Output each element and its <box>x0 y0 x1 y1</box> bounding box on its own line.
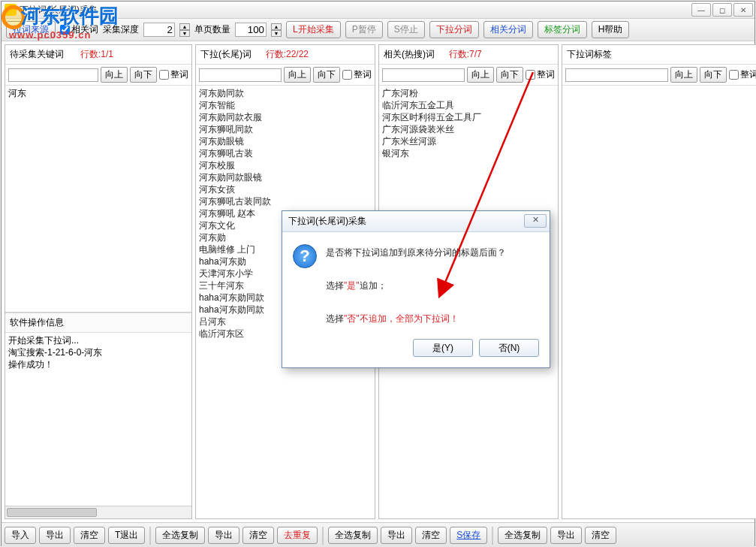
list-item[interactable]: 河东狮吼古装 <box>199 147 372 159</box>
list-item[interactable]: 河东校服 <box>199 159 372 171</box>
list-item[interactable]: 开始采集下拉词... <box>8 334 188 346</box>
list-item[interactable]: 淘宝搜索-1-21-6-0-河东 <box>8 346 188 358</box>
col3-search-input[interactable] <box>382 68 465 82</box>
info-body[interactable]: 开始采集下拉词...淘宝搜索-1-21-6-0-河东操作成功！ <box>5 333 191 506</box>
list-item[interactable]: 广东河粉 <box>382 87 555 99</box>
depth-spinner[interactable]: ▲▼ <box>179 23 190 37</box>
col2-search-input[interactable] <box>199 68 282 82</box>
source-button[interactable]: 拉词来源 <box>6 21 56 38</box>
col1-count: 行数:1/1 <box>80 48 113 61</box>
pagesize-label: 单页数量 <box>194 23 230 36</box>
list-item[interactable]: 临沂河东五金工具 <box>382 99 555 111</box>
col4-whole-checkbox[interactable]: 整词 <box>729 68 756 81</box>
g4-selcopy[interactable]: 全选复制 <box>498 527 547 544</box>
tag-split-button[interactable]: 标签分词 <box>538 21 587 38</box>
list-item[interactable]: 河东勋同款眼镜 <box>199 171 372 183</box>
dialog-close-button[interactable]: ✕ <box>524 214 547 228</box>
dropdown-split-button[interactable]: 下拉分词 <box>429 21 479 38</box>
titlebar: 下拉词(长尾词)采集 — ◻ ✕ <box>2 2 754 19</box>
col2-down-button[interactable]: 向下 <box>313 67 340 83</box>
col3-up-button[interactable]: 向上 <box>467 67 494 83</box>
g2-export[interactable]: 导出 <box>208 527 239 544</box>
list-item[interactable]: 河东女孩 <box>199 183 372 195</box>
col2-title: 下拉(长尾)词 <box>200 48 251 61</box>
list-item[interactable]: 河东狮吼同款 <box>199 123 372 135</box>
close-button[interactable]: ✕ <box>733 3 753 17</box>
pagesize-spinner[interactable]: ▲▼ <box>271 23 282 37</box>
bottom-bar: 导入 导出 清空 T退出 全选复制 导出 清空 去重复 全选复制 导出 清空 S… <box>2 522 754 547</box>
window-title: 下拉词(长尾词)采集 <box>20 4 98 17</box>
list-item[interactable]: 河东 <box>8 87 188 100</box>
col3-whole-checkbox[interactable]: 整词 <box>526 68 555 81</box>
col3-down-button[interactable]: 向下 <box>496 67 523 83</box>
list-item[interactable]: 河东勋眼镜 <box>199 135 372 147</box>
g2-clear[interactable]: 清空 <box>242 527 274 544</box>
toolbar: 拉词来源 相关词 采集深度 ▲▼ 单页数量 ▲▼ L开始采集 P暂停 S停止 下… <box>2 19 754 41</box>
pause-button[interactable]: P暂停 <box>345 21 383 38</box>
g2-dedup[interactable]: 去重复 <box>277 527 318 544</box>
col1-title: 待采集关键词 <box>10 48 64 61</box>
col4-list[interactable] <box>562 86 756 518</box>
question-icon: ? <box>293 244 317 268</box>
pagesize-input[interactable] <box>235 23 267 37</box>
g3-save[interactable]: S保存 <box>450 527 487 544</box>
dialog-title: 下拉词(长尾词)采集 <box>288 215 366 228</box>
g1-import[interactable]: 导入 <box>5 527 36 544</box>
col4-up-button[interactable]: 向上 <box>670 67 697 83</box>
list-item[interactable]: 广东河源袋装米丝 <box>382 123 555 135</box>
tags-panel: 下拉词标签 向上 向下 整词 <box>562 44 756 519</box>
g4-clear[interactable]: 清空 <box>585 527 616 544</box>
list-item[interactable]: 河东狮吼古装同款 <box>199 195 372 207</box>
col2-up-button[interactable]: 向上 <box>284 67 311 83</box>
col3-count: 行数:7/7 <box>449 48 482 61</box>
depth-label: 采集深度 <box>103 23 139 36</box>
col4-title: 下拉词标签 <box>567 48 612 61</box>
g3-selcopy[interactable]: 全选复制 <box>328 527 378 544</box>
col4-search-input[interactable] <box>565 68 668 82</box>
list-item[interactable]: 河东区时利得五金工具厂 <box>382 111 555 123</box>
app-icon <box>5 4 17 16</box>
related-checkbox[interactable]: 相关词 <box>60 23 98 36</box>
list-item[interactable]: 河东勋同款 <box>199 87 372 99</box>
maximize-button[interactable]: ◻ <box>712 3 732 17</box>
g4-export[interactable]: 导出 <box>550 527 582 544</box>
list-item[interactable]: 操作成功！ <box>8 358 188 370</box>
col1-whole-checkbox[interactable]: 整词 <box>159 68 188 81</box>
help-button[interactable]: H帮助 <box>592 21 630 38</box>
dialog-text: 是否将下拉词追加到原来待分词的标题后面？ 选择"是"追加； 选择"否"不追加，全… <box>326 244 506 327</box>
g2-selcopy[interactable]: 全选复制 <box>155 527 205 544</box>
col4-down-button[interactable]: 向下 <box>700 67 727 83</box>
g1-exit[interactable]: T退出 <box>108 527 145 544</box>
col1-down-button[interactable]: 向下 <box>130 67 157 83</box>
g3-export[interactable]: 导出 <box>381 527 412 544</box>
dialog-yes-button[interactable]: 是(Y) <box>413 339 473 357</box>
related-split-button[interactable]: 相关分词 <box>483 21 533 38</box>
col1-up-button[interactable]: 向上 <box>101 67 128 83</box>
col1-search-input[interactable] <box>8 68 98 82</box>
col1-hscroll[interactable] <box>5 506 191 518</box>
col1-list[interactable]: 河东 <box>5 86 191 313</box>
info-title: 软件操作信息 <box>5 313 191 333</box>
list-item[interactable]: 河东智能 <box>199 99 372 111</box>
g1-export[interactable]: 导出 <box>39 527 71 544</box>
col3-title: 相关(热搜)词 <box>384 48 435 61</box>
start-button[interactable]: L开始采集 <box>286 21 341 38</box>
g3-clear[interactable]: 清空 <box>415 527 447 544</box>
list-item[interactable]: 银河东 <box>382 147 555 159</box>
confirm-dialog: 下拉词(长尾词)采集 ✕ ? 是否将下拉词追加到原来待分词的标题后面？ 选择"是… <box>282 210 550 368</box>
list-item[interactable]: 河东勋同款衣服 <box>199 111 372 123</box>
list-item[interactable]: 广东米丝河源 <box>382 135 555 147</box>
minimize-button[interactable]: — <box>691 3 711 17</box>
stop-button[interactable]: S停止 <box>387 21 425 38</box>
col2-whole-checkbox[interactable]: 整词 <box>342 68 372 81</box>
dialog-no-button[interactable]: 否(N) <box>479 339 539 357</box>
keywords-panel: 待采集关键词 行数:1/1 向上 向下 整词 河东 软件操作信息 开始采集下拉词… <box>5 44 192 519</box>
col2-count: 行数:22/22 <box>266 48 309 61</box>
g1-clear[interactable]: 清空 <box>74 527 105 544</box>
depth-input[interactable] <box>143 23 175 37</box>
